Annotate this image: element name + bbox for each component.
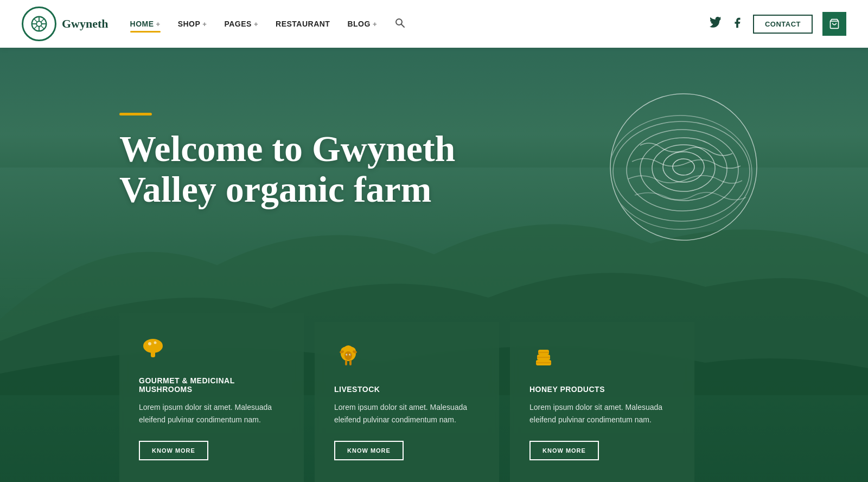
card-3-title: HONEY PRODUCTS (529, 385, 675, 394)
hero-content: Welcome to Gwyneth Valley organic farm (119, 113, 456, 210)
card-3-button[interactable]: KNOW MORE (529, 441, 599, 460)
nav-item-pages[interactable]: PAGES + (224, 17, 258, 30)
card-2-text: Lorem ipsum dolor sit amet. Malesuada el… (334, 401, 480, 426)
svg-point-35 (350, 355, 350, 355)
hero-section: Welcome to Gwyneth Valley organic farm G… (0, 48, 868, 482)
svg-point-16 (663, 152, 704, 182)
svg-rect-24 (151, 350, 155, 357)
logo-area[interactable]: Gwyneth (22, 7, 108, 41)
svg-rect-37 (349, 360, 352, 365)
mushroom-icon (139, 333, 284, 365)
cards-row: GOURMET & MEDICINAL MUSHROOMS Lorem ipsu… (0, 313, 868, 482)
card-2-button[interactable]: KNOW MORE (334, 441, 404, 460)
svg-point-34 (347, 355, 347, 355)
topo-decoration (608, 91, 760, 243)
svg-line-7 (41, 25, 44, 29)
facebook-icon[interactable] (731, 17, 743, 31)
nav-item-home[interactable]: HOME + (130, 17, 161, 30)
card-honey: HONEY PRODUCTS Lorem ipsum dolor sit ame… (510, 322, 694, 482)
nav-links: HOME + SHOP + PAGES + RESTAURANT BLOG + (130, 17, 710, 30)
nav-right: CONTACT (710, 12, 846, 36)
nav-item-blog[interactable]: BLOG + (347, 17, 377, 30)
card-2-title: LIVESTOCK (334, 385, 480, 394)
nav-item-restaurant[interactable]: RESTAURANT (276, 17, 330, 30)
hero-title: Welcome to Gwyneth Valley organic farm (119, 128, 456, 210)
twitter-icon[interactable] (710, 17, 722, 31)
navbar: Gwyneth HOME + SHOP + PAGES + RESTAURANT… (0, 0, 868, 48)
sheep-icon (334, 342, 480, 374)
hero-accent-line (119, 113, 152, 115)
svg-point-26 (154, 342, 157, 344)
svg-point-21 (609, 115, 752, 229)
svg-line-9 (34, 25, 38, 29)
svg-point-20 (613, 121, 750, 221)
svg-point-19 (627, 130, 738, 211)
svg-point-25 (148, 342, 151, 345)
card-1-title: GOURMET & MEDICINAL MUSHROOMS (139, 376, 284, 394)
svg-line-11 (401, 24, 404, 28)
card-1-button[interactable]: KNOW MORE (139, 441, 208, 460)
svg-rect-36 (345, 360, 347, 365)
svg-line-6 (34, 19, 38, 23)
cart-button[interactable] (822, 12, 846, 36)
card-3-text: Lorem ipsum dolor sit amet. Malesuada el… (529, 401, 675, 426)
svg-point-22 (611, 94, 756, 240)
card-mushrooms: GOURMET & MEDICINAL MUSHROOMS Lorem ipsu… (119, 313, 304, 482)
search-icon[interactable] (394, 17, 405, 30)
brand-name: Gwyneth (62, 17, 108, 31)
svg-line-8 (41, 19, 44, 23)
card-1-text: Lorem ipsum dolor sit amet. Malesuada el… (139, 401, 284, 426)
nav-item-shop[interactable]: SHOP + (178, 17, 207, 30)
logo-icon (22, 7, 56, 41)
contact-button[interactable]: CONTACT (753, 15, 813, 34)
honey-icon (529, 342, 675, 374)
svg-point-31 (344, 351, 352, 360)
card-livestock: LIVESTOCK Lorem ipsum dolor sit amet. Ma… (315, 322, 499, 482)
